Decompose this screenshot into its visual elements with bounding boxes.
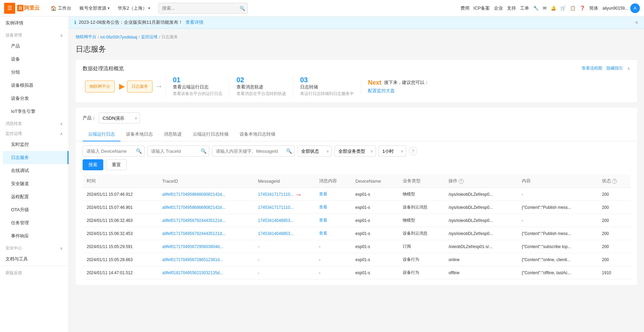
tab-msg-trace[interactable]: 消息轨迹 — [158, 128, 187, 141]
cell-inner-content: {"Content":"online, clientl... — [518, 253, 598, 266]
sidebar-item-remote-config[interactable]: 远程配置 — [3, 190, 68, 203]
cell-content-link[interactable]: 查看 — [315, 201, 351, 214]
nav-tools-icon[interactable]: 🔧 — [533, 6, 539, 11]
breadcrumb-instance[interactable]: iot-06z00h7yodidaaj — [100, 35, 137, 40]
status-select[interactable]: 全部状态 — [297, 146, 332, 157]
search-button[interactable]: 搜索 — [83, 159, 103, 170]
table-row: 2024/01/11 15:05:28.663 a9fef01717049567… — [83, 253, 630, 266]
tab-device-log[interactable]: 设备本地日志 — [120, 128, 158, 141]
tab-cloud-transfer[interactable]: 云端运行日志转储 — [187, 128, 234, 141]
reset-button[interactable]: 重置 — [106, 159, 127, 170]
cell-operation: offline — [444, 266, 518, 279]
content-search-icon[interactable]: 🔍 — [286, 148, 292, 154]
announcement-text: 2023-12-08发布公告：企业版实例11月新功能发布！ — [79, 19, 183, 25]
nav-help-icon[interactable]: ❓ — [580, 6, 585, 11]
biz-type-select[interactable]: 全部业务类型 — [335, 146, 376, 157]
hamburger-menu-icon[interactable]: ☰ — [4, 3, 15, 14]
view-content-link[interactable]: 查看 — [319, 205, 327, 210]
nav-cart-icon[interactable]: 🛒 — [560, 6, 566, 11]
sidebar-item-instance-detail[interactable]: 实例详情 — [0, 17, 68, 30]
chevron-down-icon: ▾ — [108, 6, 109, 10]
cell-messageid: - — [254, 266, 315, 279]
content-input[interactable] — [212, 146, 295, 157]
flow-next-title: 接下来，建议您可以： — [384, 79, 429, 86]
hide-guide-btn[interactable]: 隐藏指引 — [606, 65, 623, 71]
nav-region[interactable]: 华东2（上海） ▾ — [114, 0, 154, 17]
cell-content-link: - — [315, 253, 351, 266]
nav-email-icon[interactable]: ✉ — [543, 6, 547, 11]
sidebar-section-msg-forward[interactable]: 消息转发 ∨ — [0, 118, 68, 128]
sidebar-item-online-debug[interactable]: 在线调试 — [3, 164, 68, 177]
nav-ticket[interactable]: 工单 — [520, 5, 529, 11]
sidebar-item-event-response[interactable]: 事件响应 — [3, 229, 68, 243]
col-status: 状态 ? — [598, 174, 630, 188]
view-content-link[interactable]: 查看 — [319, 218, 327, 223]
help-button[interactable]: ? — [409, 147, 417, 155]
announcement-close-icon[interactable]: ✕ — [635, 20, 638, 25]
flow-next-link[interactable]: 配置监控大盘 — [368, 88, 395, 93]
sidebar-item-docs-tools[interactable]: 文档与工具 — [0, 253, 68, 266]
flow-step-3: 03 日志转储 将运行日志转储到日志服务中 — [293, 76, 361, 97]
log-table-container: 产品： CSDN演示 云端运行日志 设备本地日志 消息轨迹 — [76, 108, 637, 285]
sidebar-item-realtime-monitor[interactable]: 实时监控 — [3, 138, 68, 151]
sidebar-item-device[interactable]: 设备 — [3, 53, 68, 66]
sidebar-section-device-mgmt[interactable]: 设备管理 ∧ — [0, 30, 68, 40]
cell-content-link[interactable]: 查看 — [315, 188, 351, 201]
cell-content-link[interactable]: 查看 — [315, 214, 351, 227]
nav-fees[interactable]: 费用 — [461, 5, 469, 11]
announcement-link[interactable]: 查看详情 — [186, 19, 203, 25]
status-col-help-icon[interactable]: ? — [612, 179, 617, 184]
user-avatar: A — [630, 3, 640, 13]
tab-device-transfer[interactable]: 设备本地日志转储 — [234, 128, 281, 141]
device-name-input-wrap: 🔍 — [83, 146, 145, 157]
sidebar-item-log-service[interactable]: 日志服务 — [3, 151, 68, 164]
nav-order-icon[interactable]: 📋 — [570, 6, 576, 11]
cell-status: 200 — [598, 201, 630, 214]
sidebar-item-task-mgmt[interactable]: 任务管理 — [3, 216, 68, 229]
sidebar-item-device-distribute[interactable]: 设备分发 — [3, 92, 68, 105]
flow-step-3-desc: 将运行日志转储到日志服务中 — [300, 91, 354, 97]
product-filter-label: 产品： — [83, 115, 96, 121]
breadcrumb-iot[interactable]: 物联网平台 — [76, 34, 96, 40]
sidebar-section-security[interactable]: 安全中心 ∨ — [0, 243, 68, 253]
trace-id-search-icon[interactable]: 🔍 — [201, 148, 207, 154]
nav-user-area[interactable]: aliyun90159... A — [602, 3, 640, 13]
aliyun-logo[interactable]: ☰ 云 阿里云 — [4, 3, 40, 14]
trace-id-input[interactable] — [147, 146, 209, 157]
tab-cloud-log[interactable]: 云端运行日志 — [83, 128, 120, 141]
nav-account-resources[interactable]: 账号全部资源 ▾ — [75, 0, 114, 17]
cell-status: 200 — [598, 188, 630, 201]
cell-status: 200 — [598, 227, 630, 240]
nav-workbench[interactable]: 🏠 工作台 — [46, 0, 75, 17]
nav-support[interactable]: 支持 — [507, 5, 516, 11]
view-flowchart-btn[interactable]: 查看流程图 — [582, 65, 602, 71]
sidebar-feedback[interactable]: 新版反馈 — [0, 266, 68, 280]
nav-icp[interactable]: ICP备案 — [474, 5, 490, 11]
cell-inner-content: {"Content":"Publish mess... — [518, 201, 598, 214]
breadcrumb: 物联网平台 / iot-06z00h7yodidaaj / 监控运维 / 日志服… — [76, 34, 637, 40]
view-content-link[interactable]: 查看 — [319, 231, 327, 236]
device-name-input[interactable] — [83, 146, 145, 157]
sidebar-section-monitor[interactable]: 监控运维 ∧ — [0, 128, 68, 138]
sidebar-item-iot-twin[interactable]: IoT孪生引擎 — [3, 105, 68, 118]
username-label: aliyun90159... — [602, 6, 628, 11]
sidebar-item-group[interactable]: 分组 — [3, 66, 68, 79]
time-select[interactable]: 1小时 — [379, 146, 406, 157]
sidebar-item-secure-tunnel[interactable]: 安全隧道 — [3, 177, 68, 190]
breadcrumb-monitor[interactable]: 监控运维 — [141, 34, 158, 40]
search-input[interactable] — [158, 3, 248, 14]
nav-enterprise[interactable]: 企业 — [494, 5, 503, 11]
sidebar-item-product[interactable]: 产品 — [3, 40, 68, 53]
device-name-search-icon[interactable]: 🔍 — [136, 148, 142, 154]
sidebar-item-device-simulator[interactable]: 设备模拟器 — [3, 79, 68, 92]
operation-col-help-icon[interactable]: ? — [459, 179, 464, 184]
cell-traceid: a9fef017170495672865123​81d... — [158, 253, 254, 266]
sidebar-item-ota[interactable]: OTA升级 — [3, 203, 68, 216]
nav-language[interactable]: 简体 — [589, 5, 598, 11]
cell-biztype: 物模型 — [399, 188, 445, 201]
cell-content-link[interactable]: 查看 — [315, 227, 351, 240]
view-content-link[interactable]: 查看 — [319, 192, 327, 196]
cell-operation: /sys/ioieobDLZef/esp0... — [444, 214, 518, 227]
nav-bell-icon[interactable]: 🔔 — [551, 6, 556, 11]
product-select[interactable]: CSDN演示 — [99, 113, 140, 124]
